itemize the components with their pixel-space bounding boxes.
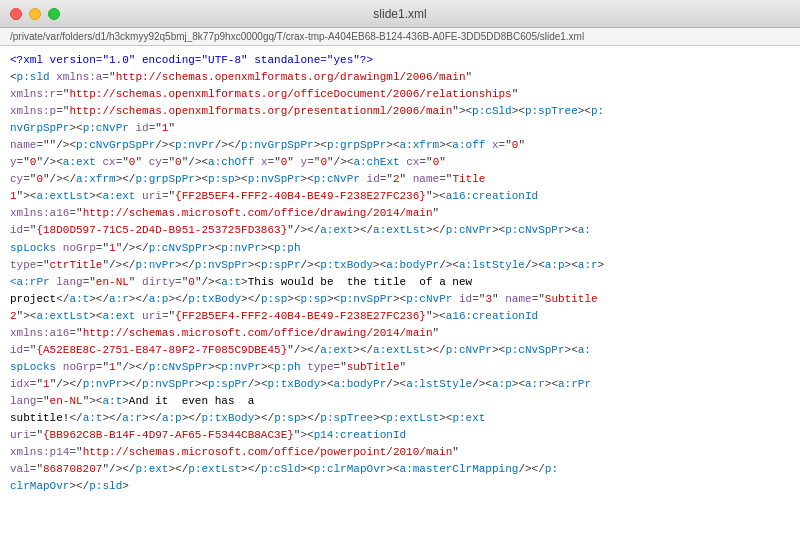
code-content: <?xml version="1.0" encoding="UTF-8" sta… <box>10 52 790 495</box>
window-controls <box>10 8 60 20</box>
maximize-button[interactable] <box>48 8 60 20</box>
title-bar: slide1.xml <box>0 0 800 28</box>
path-bar: /private/var/folders/d1/h3ckmyy92q5bmj_8… <box>0 28 800 46</box>
window-title: slide1.xml <box>373 7 426 21</box>
close-button[interactable] <box>10 8 22 20</box>
code-area[interactable]: <?xml version="1.0" encoding="UTF-8" sta… <box>0 46 800 541</box>
minimize-button[interactable] <box>29 8 41 20</box>
file-path: /private/var/folders/d1/h3ckmyy92q5bmj_8… <box>10 31 584 42</box>
